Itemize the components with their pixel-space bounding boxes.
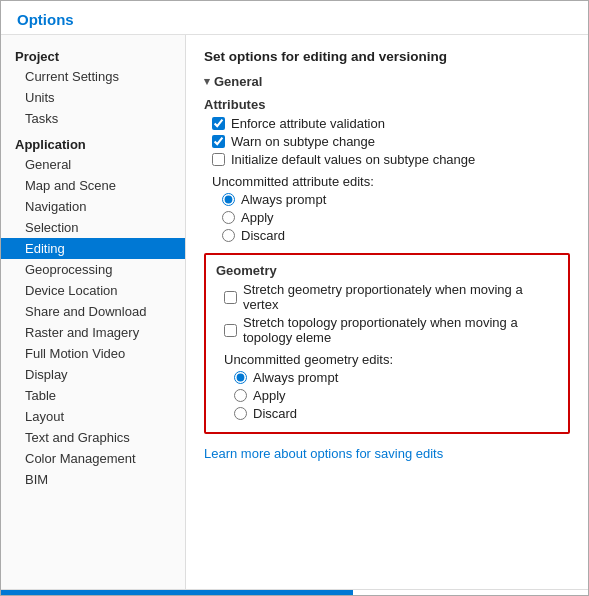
geometry-section: Geometry Stretch geometry proportionatel… bbox=[204, 253, 570, 434]
radio-geom-apply-input[interactable] bbox=[234, 389, 247, 402]
sidebar-item-full-motion-video[interactable]: Full Motion Video bbox=[1, 343, 185, 364]
content-area: Project Current Settings Units Tasks App… bbox=[1, 35, 588, 589]
bottom-bar bbox=[1, 589, 588, 595]
radio-geom-apply-label: Apply bbox=[253, 388, 286, 403]
radio-geom-discard-input[interactable] bbox=[234, 407, 247, 420]
sidebar-item-table[interactable]: Table bbox=[1, 385, 185, 406]
uncommitted-geometry-label: Uncommitted geometry edits: bbox=[224, 352, 558, 367]
checkbox-init-defaults-label: Initialize default values on subtype cha… bbox=[231, 152, 475, 167]
radio-attr-always-prompt[interactable]: Always prompt bbox=[222, 192, 570, 207]
radio-attr-apply-label: Apply bbox=[241, 210, 274, 225]
main-panel: Set options for editing and versioning ▾… bbox=[186, 35, 588, 589]
sidebar-item-editing[interactable]: Editing bbox=[1, 238, 185, 259]
checkbox-init-defaults[interactable]: Initialize default values on subtype cha… bbox=[212, 152, 570, 167]
radio-geom-apply[interactable]: Apply bbox=[234, 388, 558, 403]
sidebar-item-share-and-download[interactable]: Share and Download bbox=[1, 301, 185, 322]
general-label: General bbox=[214, 74, 262, 89]
checkbox-warn-subtype[interactable]: Warn on subtype change bbox=[212, 134, 570, 149]
sidebar-item-text-and-graphics[interactable]: Text and Graphics bbox=[1, 427, 185, 448]
sidebar-item-navigation[interactable]: Navigation bbox=[1, 196, 185, 217]
sidebar-item-geoprocessing[interactable]: Geoprocessing bbox=[1, 259, 185, 280]
radio-attr-discard[interactable]: Discard bbox=[222, 228, 570, 243]
general-section-title: ▾ General bbox=[204, 74, 570, 89]
sidebar-item-units[interactable]: Units bbox=[1, 87, 185, 108]
radio-attr-always-prompt-label: Always prompt bbox=[241, 192, 326, 207]
sidebar-item-current-settings[interactable]: Current Settings bbox=[1, 66, 185, 87]
checkbox-init-defaults-input[interactable] bbox=[212, 153, 225, 166]
options-window: Options Project Current Settings Units T… bbox=[0, 0, 589, 596]
checkbox-warn-subtype-input[interactable] bbox=[212, 135, 225, 148]
sidebar-item-bim[interactable]: BIM bbox=[1, 469, 185, 490]
radio-geom-discard[interactable]: Discard bbox=[234, 406, 558, 421]
sidebar: Project Current Settings Units Tasks App… bbox=[1, 35, 186, 589]
title-bar: Options bbox=[1, 1, 588, 35]
geometry-label: Geometry bbox=[216, 263, 558, 278]
panel-heading: Set options for editing and versioning bbox=[204, 49, 570, 64]
sidebar-item-device-location[interactable]: Device Location bbox=[1, 280, 185, 301]
checkbox-stretch-geometry[interactable]: Stretch geometry proportionately when mo… bbox=[224, 282, 558, 312]
checkbox-stretch-geometry-input[interactable] bbox=[224, 291, 237, 304]
learn-more-link[interactable]: Learn more about options for saving edit… bbox=[204, 446, 443, 461]
sidebar-item-color-management[interactable]: Color Management bbox=[1, 448, 185, 469]
radio-geom-always-prompt-input[interactable] bbox=[234, 371, 247, 384]
radio-attr-discard-label: Discard bbox=[241, 228, 285, 243]
sidebar-item-display[interactable]: Display bbox=[1, 364, 185, 385]
checkbox-stretch-geometry-label: Stretch geometry proportionately when mo… bbox=[243, 282, 558, 312]
checkbox-warn-subtype-label: Warn on subtype change bbox=[231, 134, 375, 149]
sidebar-item-map-and-scene[interactable]: Map and Scene bbox=[1, 175, 185, 196]
sidebar-item-tasks[interactable]: Tasks bbox=[1, 108, 185, 129]
sidebar-item-layout[interactable]: Layout bbox=[1, 406, 185, 427]
window-title: Options bbox=[17, 11, 74, 28]
general-arrow: ▾ bbox=[204, 75, 210, 88]
radio-geom-discard-label: Discard bbox=[253, 406, 297, 421]
sidebar-section-application: Application bbox=[1, 133, 185, 154]
checkbox-enforce-attr-validation-input[interactable] bbox=[212, 117, 225, 130]
checkbox-enforce-attr-validation[interactable]: Enforce attribute validation bbox=[212, 116, 570, 131]
radio-attr-always-prompt-input[interactable] bbox=[222, 193, 235, 206]
attributes-label: Attributes bbox=[204, 97, 570, 112]
checkbox-stretch-topology[interactable]: Stretch topology proportionately when mo… bbox=[224, 315, 558, 345]
radio-geom-always-prompt[interactable]: Always prompt bbox=[234, 370, 558, 385]
sidebar-section-project: Project bbox=[1, 45, 185, 66]
radio-geom-always-prompt-label: Always prompt bbox=[253, 370, 338, 385]
checkbox-stretch-topology-label: Stretch topology proportionately when mo… bbox=[243, 315, 558, 345]
sidebar-item-selection[interactable]: Selection bbox=[1, 217, 185, 238]
uncommitted-attributes-label: Uncommitted attribute edits: bbox=[212, 174, 570, 189]
sidebar-item-raster-and-imagery[interactable]: Raster and Imagery bbox=[1, 322, 185, 343]
radio-attr-apply[interactable]: Apply bbox=[222, 210, 570, 225]
radio-attr-discard-input[interactable] bbox=[222, 229, 235, 242]
radio-attr-apply-input[interactable] bbox=[222, 211, 235, 224]
checkbox-stretch-topology-input[interactable] bbox=[224, 324, 237, 337]
sidebar-item-general[interactable]: General bbox=[1, 154, 185, 175]
checkbox-enforce-attr-label: Enforce attribute validation bbox=[231, 116, 385, 131]
